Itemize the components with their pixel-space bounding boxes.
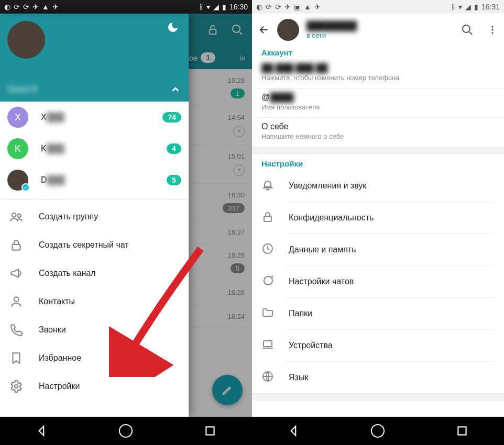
username-prefix: @: [261, 93, 270, 102]
notif-icon: ◐: [256, 3, 262, 11]
svg-rect-16: [458, 427, 466, 435]
warning-icon: ▲: [304, 3, 311, 11]
account-switcher-item[interactable]: ✓D███5: [0, 164, 189, 196]
settings-item-globe[interactable]: Язык: [252, 362, 504, 393]
bio-hint: Напишите немного о себе: [261, 132, 495, 140]
sync-icon: ⟳: [14, 3, 20, 11]
nav-back-icon[interactable]: [35, 424, 49, 438]
bio-label: О себе: [261, 122, 495, 131]
telegram-icon-2: ✈: [52, 3, 59, 11]
svg-point-6: [15, 385, 18, 388]
settings-item-chat[interactable]: Настройки чатов: [252, 266, 504, 297]
settings-item-bell[interactable]: Уведомления и звук: [252, 170, 504, 202]
drawer-menu-lock[interactable]: Создать секретный чат: [0, 231, 189, 259]
warning-icon: ▲: [42, 3, 49, 11]
phone-row[interactable]: ██ ███ ███ ██ Нажмите, чтобы изменить но…: [252, 59, 504, 88]
wifi-icon: ▾: [206, 3, 210, 11]
profile-name: ████████: [306, 21, 454, 31]
settings-item-label: Язык: [289, 373, 308, 382]
sync-icon-2: ⟳: [23, 3, 29, 11]
drawer-menu-person[interactable]: Контакты: [0, 287, 189, 316]
account-avatar: X: [7, 107, 28, 128]
drawer-menu-phone[interactable]: Звонки: [0, 316, 189, 344]
night-mode-icon[interactable]: [167, 21, 179, 36]
svg-point-9: [491, 26, 493, 28]
globe-icon: [261, 370, 274, 385]
sync-icon-2: ⟳: [275, 3, 281, 11]
username-hint: Имя пользователя: [261, 103, 495, 111]
status-left-icons: ◐ ⟳ ⟳ ✈ ▲ ✈: [4, 3, 59, 11]
username-row[interactable]: @████ Имя пользователя: [252, 88, 504, 118]
status-left-icons: ◐ ⟳ ⟳ ✈ ▣ ▲ ✈: [256, 3, 321, 11]
status-time: 16:30: [229, 3, 248, 11]
drawer-menu-megaphone[interactable]: Создать канал: [0, 259, 189, 287]
drawer-menu-label: Контакты: [39, 297, 75, 306]
settings-item-label: Устройства: [289, 341, 333, 350]
settings-topbar: ████████ в сети: [252, 14, 504, 46]
svg-point-11: [491, 32, 493, 34]
drawer-menu-gear[interactable]: Настройки: [0, 372, 189, 400]
folder-icon: [261, 306, 274, 321]
signal-icon: ◢: [213, 3, 219, 11]
settings-item-clock[interactable]: Данные и память: [252, 234, 504, 265]
drawer-header[interactable]: David R.: [0, 14, 189, 102]
phone-left: ◐ ⟳ ⟳ ✈ ▲ ✈ ᛒ ▾ ◢ ▮ 16:30 . ичное 1 iн: [0, 0, 252, 445]
chat-icon: [261, 274, 274, 289]
drawer-menu-label: Звонки: [39, 325, 66, 335]
battery-icon: ▮: [474, 3, 478, 11]
settings-body: Аккаунт ██ ███ ███ ██ Нажмите, чтобы изм…: [252, 46, 504, 417]
nav-recent-icon[interactable]: [455, 424, 469, 438]
svg-point-5: [14, 297, 19, 302]
svg-rect-14: [264, 341, 272, 347]
nav-drawer: David R. XX███74KK███4✓D███5 Создать гру…: [0, 14, 189, 417]
svg-point-2: [12, 213, 16, 217]
user-avatar[interactable]: [7, 21, 45, 59]
settings-item-label: Настройки чатов: [289, 277, 354, 286]
drawer-menu-group[interactable]: Создать группу: [0, 203, 189, 231]
drawer-menu-bookmark[interactable]: Избранное: [0, 344, 189, 372]
account-name: K███: [41, 144, 154, 153]
drawer-menu-label: Создать секретный чат: [39, 240, 129, 250]
more-vert-icon[interactable]: [487, 25, 498, 35]
status-time: 16:31: [481, 3, 500, 11]
drawer-menu-label: Избранное: [39, 353, 81, 363]
settings-item-lock[interactable]: Конфиденциальность: [252, 202, 504, 233]
account-switcher-item[interactable]: KK███4: [0, 133, 189, 164]
drawer-menu-label: Создать группу: [39, 212, 98, 221]
unread-badge: 4: [167, 143, 181, 154]
unread-badge: 74: [162, 112, 181, 123]
notif-icon: ◐: [4, 3, 10, 11]
status-bar: ◐ ⟳ ⟳ ✈ ▣ ▲ ✈ ᛒ ▾ ◢ ▮ 16:31: [252, 0, 504, 14]
svg-point-3: [17, 214, 20, 218]
bio-row[interactable]: О себе Напишите немного о себе: [252, 118, 504, 147]
nav-recent-icon[interactable]: [203, 424, 217, 438]
svg-rect-4: [12, 244, 20, 250]
lock-icon: [9, 238, 23, 252]
settings-section-title: Настройки: [252, 154, 504, 170]
status-right-icons: ᛒ ▾ ◢ ▮ 16:31: [451, 3, 500, 11]
account-avatar: ✓: [7, 170, 28, 191]
wifi-icon: ▾: [458, 3, 462, 11]
search-icon[interactable]: [461, 24, 474, 36]
clock-icon: [261, 242, 274, 257]
bluetooth-icon: ᛒ: [451, 3, 455, 11]
phone-icon: [9, 323, 23, 337]
drawer-menu-label: Создать канал: [39, 269, 96, 278]
account-name: D███: [41, 175, 154, 185]
drawer-scrim[interactable]: [189, 14, 252, 417]
bookmark-icon: [9, 351, 23, 365]
android-nav-bar: [252, 417, 504, 445]
telegram-icon-2: ✈: [314, 3, 321, 11]
phone-right: ◐ ⟳ ⟳ ✈ ▣ ▲ ✈ ᛒ ▾ ◢ ▮ 16:31 ████████ в с…: [252, 0, 504, 445]
settings-item-folder[interactable]: Папки: [252, 298, 504, 329]
nav-home-icon[interactable]: [371, 424, 385, 438]
nav-home-icon[interactable]: [119, 424, 133, 438]
nav-back-icon[interactable]: [287, 424, 301, 438]
back-arrow-icon[interactable]: [258, 24, 270, 36]
chevron-up-icon[interactable]: [170, 84, 181, 95]
profile-avatar[interactable]: [277, 19, 299, 41]
megaphone-icon: [9, 266, 23, 280]
status-right-icons: ᛒ ▾ ◢ ▮ 16:30: [199, 3, 248, 11]
settings-item-laptop[interactable]: Устройства: [252, 330, 504, 361]
account-switcher-item[interactable]: XX███74: [0, 102, 189, 133]
